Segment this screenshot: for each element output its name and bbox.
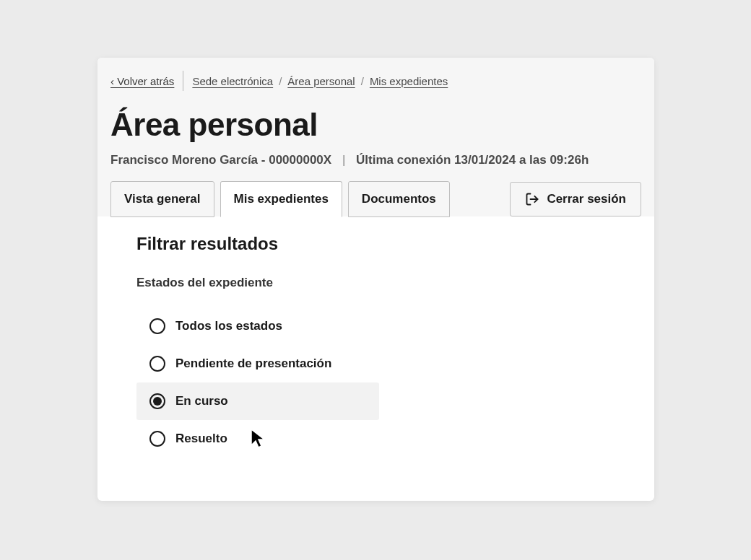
breadcrumb-item-area[interactable]: Área personal — [287, 75, 355, 87]
radio-resolved[interactable]: Resuelto — [136, 420, 379, 458]
radio-list: Todos los estados Pendiente de presentac… — [136, 307, 615, 458]
logout-label: Cerrar sesión — [547, 192, 626, 206]
breadcrumb-divider — [183, 71, 183, 91]
breadcrumb-sep: / — [361, 75, 364, 87]
tab-dossiers[interactable]: Mis expedientes — [220, 181, 342, 217]
last-login: Última conexión 13/01/2024 a las 09:26h — [356, 153, 589, 167]
main-panel: ‹ Volver atrás Sede electrónica / Área p… — [97, 58, 654, 501]
back-link[interactable]: ‹ Volver atrás — [110, 75, 183, 87]
radio-icon — [149, 356, 165, 372]
user-info-line: Francisco Moreno García - 00000000X | Úl… — [97, 143, 654, 180]
radio-icon — [149, 393, 165, 409]
user-info-sep: | — [342, 153, 345, 167]
radio-icon — [149, 318, 165, 334]
filter-title: Filtrar resultados — [136, 234, 615, 254]
logout-button[interactable]: Cerrar sesión — [510, 182, 641, 216]
tab-overview[interactable]: Vista general — [110, 181, 214, 217]
filter-subtitle: Estados del expediente — [136, 276, 615, 290]
radio-icon — [149, 431, 165, 447]
breadcrumb: ‹ Volver atrás Sede electrónica / Área p… — [97, 71, 654, 91]
panel-header: ‹ Volver atrás Sede electrónica / Área p… — [97, 58, 654, 216]
radio-label: En curso — [175, 394, 228, 408]
tabs-row: Vista general Mis expedientes Documentos… — [97, 180, 654, 216]
radio-label: Todos los estados — [175, 319, 282, 333]
tab-documents[interactable]: Documentos — [348, 181, 450, 217]
radio-label: Pendiente de presentación — [175, 356, 331, 371]
radio-label: Resuelto — [175, 432, 227, 446]
breadcrumb-sep: / — [279, 75, 282, 87]
radio-in-progress[interactable]: En curso — [136, 382, 379, 420]
radio-all-states[interactable]: Todos los estados — [136, 307, 379, 345]
radio-pending[interactable]: Pendiente de presentación — [136, 345, 379, 382]
breadcrumb-item-expedientes[interactable]: Mis expedientes — [370, 75, 448, 87]
content-area: Filtrar resultados Estados del expedient… — [97, 216, 654, 479]
page-title: Área personal — [97, 91, 654, 143]
user-name-id: Francisco Moreno García - 00000000X — [110, 153, 331, 167]
logout-icon — [525, 192, 539, 206]
breadcrumb-item-sede[interactable]: Sede electrónica — [192, 75, 273, 87]
